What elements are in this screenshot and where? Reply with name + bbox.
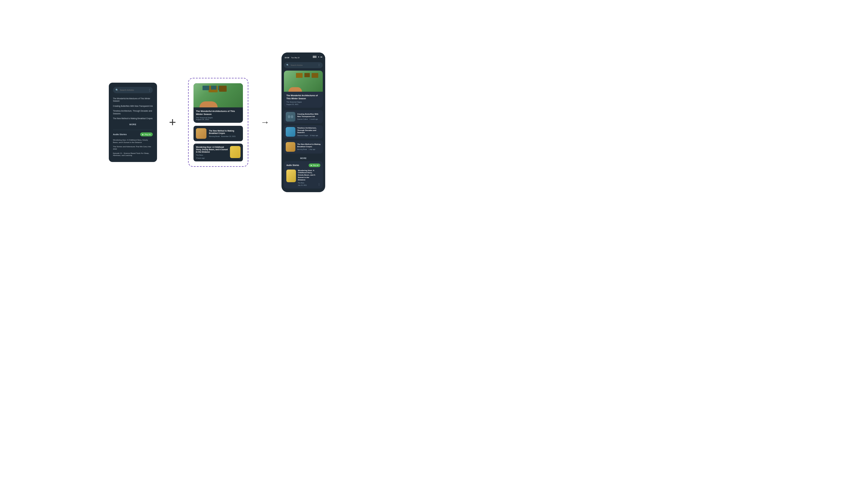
window-decoration-2: [211, 86, 216, 90]
phone-featured-date: August 25, 2021: [286, 104, 320, 105]
left-play-all-button[interactable]: ▶ Play All: [140, 133, 153, 136]
phone-featured-image: [284, 70, 323, 92]
svg-point-0: [288, 115, 290, 118]
phone-featured-source: The Seasonal Sagas: [286, 101, 320, 103]
audio-card-thumbnail: [230, 146, 241, 158]
arrow-operator: →: [260, 117, 270, 127]
timeless-thumbnail: [286, 127, 296, 137]
audio-card-content: Wondering Hour: A Childhood Story, Grizz…: [196, 146, 228, 159]
phone-play-icon: ▶: [311, 165, 312, 166]
phone-article-card-3[interactable]: The New Method to Making Breakfast Crepe…: [284, 140, 323, 153]
phone-more-options-icon[interactable]: ⋮: [318, 64, 320, 67]
list-item[interactable]: Wondering Hour: A Childhood Story, Grizz…: [113, 138, 153, 145]
audio-card-source: The Bees: [196, 154, 228, 156]
phone-more-button[interactable]: MORE: [284, 155, 323, 161]
phone-card-title-1: Creating Butterflies With New Transparen…: [297, 113, 321, 118]
crepes-thumbnail: [196, 128, 207, 139]
list-item[interactable]: Timeless Architecture, Through Decades a…: [113, 109, 153, 116]
phone-window-1: [296, 73, 303, 78]
phone-card-info-1: Creating Butterflies With New Transparen…: [297, 113, 321, 120]
signal-icon: ▌▌▌: [313, 56, 317, 58]
phone-audio-info: Wondering Hour: A Childhood Story, Grizz…: [298, 170, 316, 186]
list-item[interactable]: Episode 11 - Science Based Tools For Sle…: [113, 151, 153, 158]
phone-audio-thumbnail: [286, 170, 296, 182]
featured-content: The Wonderful Architectures of This Wint…: [193, 107, 243, 123]
center-panel: The Wonderful Architectures of This Wint…: [188, 78, 248, 167]
svg-rect-2: [290, 116, 291, 118]
center-featured-card[interactable]: The Wonderful Architectures of This Wint…: [193, 83, 243, 123]
list-item[interactable]: The Stories and Adventures That We Carry…: [113, 145, 153, 151]
phone-audio-item-date: July 24, 2021: [298, 184, 316, 186]
phone-card-meta-1: Science Culture 1 month ago: [297, 118, 321, 120]
list-item[interactable]: The New Method to Making Breakfast Crepe…: [113, 116, 153, 121]
butterfly-image: [286, 112, 296, 121]
phone-card-info-2: Timeless Architecture, Through Decades a…: [297, 127, 321, 136]
phone-featured-content: The Wonderful Architectures of This Wint…: [284, 92, 323, 107]
phone-search-bar[interactable]: 🔍 ⋮: [284, 62, 323, 68]
phone-card-title-2: Timeless Architecture, Through Decades a…: [297, 127, 321, 134]
phone-audio-item[interactable]: Wondering Hour: A Childhood Story, Grizz…: [286, 170, 320, 186]
plus-operator: +: [169, 116, 176, 129]
phone-audio-title: Audio Stories: [286, 164, 299, 166]
phone-featured-title: The Wonderful Architectures of This Wint…: [286, 94, 320, 99]
search-icon: 🔍: [116, 89, 119, 91]
status-icons: ▌▌▌ ▲ ▬: [313, 56, 322, 58]
featured-date: August 25, 2021: [196, 119, 241, 120]
window-decoration-3: [218, 86, 225, 90]
status-time: 10:30: [284, 57, 289, 59]
status-time-date: 10:30 Tue, May 19: [284, 54, 299, 59]
phone-article-card-2[interactable]: Timeless Architecture, Through Decades a…: [284, 125, 323, 139]
phone-play-all-button[interactable]: ▶ Play all: [309, 164, 320, 167]
phone-crepes-thumbnail: [286, 142, 296, 152]
phone-window-3: [312, 73, 318, 78]
audio-card-options-icon[interactable]: ⋮: [239, 156, 241, 160]
main-container: 🔍 ⋮ The Wonderful Architectures of This …: [6, 53, 428, 192]
phone-audio-header: Audio Stories ▶ Play all: [286, 164, 320, 167]
phone-crepes-image: [286, 142, 296, 152]
more-options-icon[interactable]: ⋮: [148, 88, 151, 92]
crepes-image: [196, 128, 207, 139]
phone-article-card-1[interactable]: Creating Butterflies With New Transparen…: [284, 110, 323, 123]
left-article-list: The Wonderful Architectures of This Wint…: [113, 96, 153, 121]
crepes-card-content: The New Method to Making Breakfast Crepe…: [209, 130, 241, 137]
phone-card-meta-2: Seasonal Sagas 10 days ago: [297, 135, 321, 136]
center-crepes-card[interactable]: The New Method to Making Breakfast Crepe…: [193, 126, 243, 141]
butterfly-thumbnail: [286, 112, 296, 121]
phone-card-title-3: The New Method to Making Breakfast Crepe…: [297, 143, 321, 148]
left-panel: 🔍 ⋮ The Wonderful Architectures of This …: [109, 83, 157, 162]
phone-search-input[interactable]: [290, 64, 316, 66]
phone-audio-section: Audio Stories ▶ Play all Wondering Hour:…: [284, 161, 323, 189]
phone-search-icon: 🔍: [286, 64, 289, 66]
left-audio-header: Audio Stories ▶ Play All: [113, 133, 153, 136]
featured-title: The Wonderful Architectures of This Wint…: [196, 110, 241, 116]
timeless-image: [286, 127, 296, 137]
center-audio-card[interactable]: Wondering Hour: A Childhood Story, Grizz…: [193, 144, 243, 162]
phone-audio-options-icon[interactable]: ⋮: [318, 183, 320, 186]
phone-status-bar: 10:30 Tue, May 19 ▌▌▌ ▲ ▬: [281, 53, 325, 60]
left-search-bar[interactable]: 🔍 ⋮: [113, 87, 153, 93]
wifi-icon: ▲: [318, 56, 319, 58]
phone-arch: [288, 87, 302, 92]
svg-point-1: [291, 115, 293, 118]
status-date: Tue, May 19: [291, 57, 300, 59]
phone-card-meta-3: Morning Break 1 day ago: [297, 148, 321, 150]
right-phone-panel: 10:30 Tue, May 19 ▌▌▌ ▲ ▬ 🔍 ⋮: [281, 53, 325, 192]
battery-icon: ▬: [320, 56, 322, 58]
phone-audio-item-title: Wondering Hour: A Childhood Story, Grizz…: [298, 170, 316, 181]
phone-window-2: [304, 73, 310, 77]
phone-featured-card[interactable]: The Wonderful Architectures of This Wint…: [284, 70, 323, 107]
window-decoration-1: [203, 86, 209, 90]
list-item[interactable]: The Wonderful Architectures of This Wint…: [113, 96, 153, 104]
left-more-button[interactable]: MORE: [113, 121, 153, 128]
left-search-input[interactable]: [120, 89, 147, 91]
play-icon: ▶: [142, 133, 144, 136]
crepes-card-meta: Morning Break November 10, 2021: [209, 136, 241, 137]
phone-card-info-3: The New Method to Making Breakfast Crepe…: [297, 143, 321, 150]
audio-card-time: 4 hours ago: [196, 157, 228, 159]
audio-card-title: Wondering Hour: A Childhood Story, Grizz…: [196, 146, 228, 153]
left-audio-title: Audio Stories: [113, 133, 127, 136]
featured-image: [193, 83, 243, 107]
phone-content: 🔍 ⋮ The Wonderful Architectures of This …: [281, 60, 325, 192]
list-item[interactable]: Creating Butterflies With New Transparen…: [113, 104, 153, 109]
crepes-card-title: The New Method to Making Breakfast Crepe…: [209, 130, 241, 135]
